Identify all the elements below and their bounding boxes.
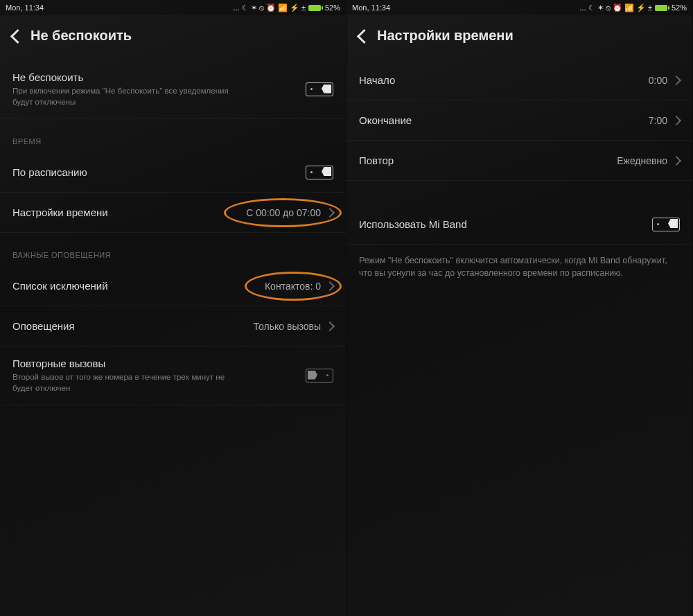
row-exceptions[interactable]: Список исключений Контактов: 0: [0, 266, 346, 306]
row-end-time[interactable]: Окончание 7:00: [346, 100, 692, 141]
chevron-right-icon: [672, 115, 681, 125]
battery-percent: 52%: [672, 3, 687, 12]
status-time: Mon, 11:34: [352, 3, 390, 12]
alerts-label: Оповещения: [12, 320, 75, 332]
back-icon[interactable]: [11, 28, 21, 44]
page-title: Настройки времени: [377, 28, 514, 44]
repeat-calls-sub: Второй вызов от того же номера в течение…: [12, 372, 237, 394]
end-value: 7:00: [649, 115, 667, 126]
status-icons: ... ☾ ✶ ⦸ ⏰ 📶 ⚡ ±: [233, 3, 306, 12]
phone-left: Mon, 11:34 ... ☾ ✶ ⦸ ⏰ 📶 ⚡ ± 52% Не бесп…: [0, 0, 346, 616]
exceptions-value: Контактов: 0: [265, 281, 321, 292]
header: Настройки времени: [346, 15, 692, 60]
miband-label: Использовать Mi Band: [359, 218, 467, 230]
row-alerts[interactable]: Оповещения Только вызовы: [0, 306, 346, 346]
repeat-calls-toggle[interactable]: [306, 369, 333, 382]
header: Не беспокоить: [0, 15, 346, 60]
page-title: Не беспокоить: [30, 28, 132, 44]
start-label: Начало: [359, 74, 395, 86]
status-icons: ... ☾ ✶ ⦸ ⏰ 📶 ⚡ ±: [579, 3, 652, 12]
row-repeat[interactable]: Повтор Ежедневно: [346, 141, 692, 181]
section-time: ВРЕМЯ: [0, 119, 346, 152]
repeat-value: Ежедневно: [617, 155, 667, 166]
status-bar: Mon, 11:34 ... ☾ ✶ ⦸ ⏰ 📶 ⚡ ± 52%: [346, 0, 692, 15]
dnd-label: Не беспокоить: [12, 71, 237, 83]
dnd-toggle[interactable]: [306, 82, 333, 96]
battery-icon: [655, 5, 667, 11]
chevron-right-icon: [672, 155, 681, 165]
row-repeat-calls[interactable]: Повторные вызовы Второй вызов от того же…: [0, 346, 346, 405]
row-start-time[interactable]: Начало 0:00: [346, 60, 692, 100]
time-settings-label: Настройки времени: [12, 206, 108, 218]
section-alerts: ВАЖНЫЕ ОПОВЕЩЕНИЯ: [0, 233, 346, 266]
status-time: Mon, 11:34: [6, 3, 44, 12]
battery-icon: [308, 5, 321, 11]
row-miband[interactable]: Использовать Mi Band: [346, 204, 692, 245]
repeat-calls-label: Повторные вызовы: [12, 358, 237, 369]
dnd-sub: При включении режима "Не беспокоить" все…: [12, 86, 237, 107]
row-schedule[interactable]: По расписанию: [0, 152, 346, 193]
phone-right: Mon, 11:34 ... ☾ ✶ ⦸ ⏰ 📶 ⚡ ± 52% Настрой…: [346, 0, 693, 616]
schedule-toggle[interactable]: [306, 166, 333, 179]
alerts-value: Только вызовы: [254, 321, 321, 332]
miband-toggle[interactable]: [652, 218, 680, 231]
end-label: Окончание: [359, 114, 412, 126]
time-settings-value: С 00:00 до 07:00: [246, 207, 321, 218]
row-time-settings[interactable]: Настройки времени С 00:00 до 07:00: [0, 193, 346, 233]
start-value: 0:00: [649, 75, 667, 86]
chevron-right-icon: [672, 75, 681, 85]
chevron-right-icon: [325, 207, 335, 217]
miband-description: Режим "Не беспокоить" включится автомати…: [346, 245, 692, 289]
schedule-label: По расписанию: [12, 166, 87, 178]
status-bar: Mon, 11:34 ... ☾ ✶ ⦸ ⏰ 📶 ⚡ ± 52%: [0, 0, 346, 15]
row-dnd-toggle[interactable]: Не беспокоить При включении режима "Не б…: [0, 60, 346, 119]
back-icon[interactable]: [358, 28, 367, 44]
repeat-label: Повтор: [359, 155, 394, 166]
chevron-right-icon: [325, 321, 335, 331]
exceptions-label: Список исключений: [12, 280, 108, 292]
battery-percent: 52%: [325, 3, 340, 12]
chevron-right-icon: [325, 281, 335, 290]
